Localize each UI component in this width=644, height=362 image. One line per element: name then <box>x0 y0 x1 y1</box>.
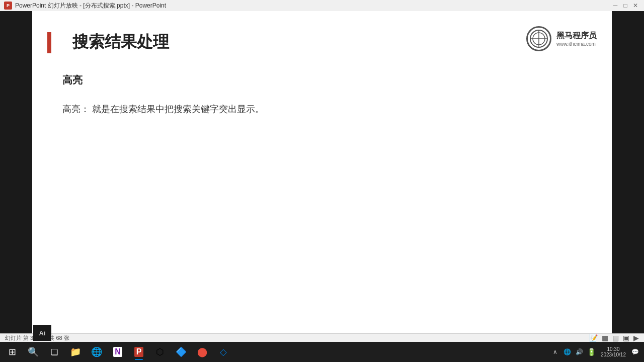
app-icon-letter: P <box>7 3 10 8</box>
ai-label: Ai <box>39 329 46 337</box>
logo-url: www.itheima.com <box>556 41 597 47</box>
taskbar-app9[interactable]: ⬤ <box>192 343 212 361</box>
accent-bar <box>47 32 51 53</box>
view-normal-icon[interactable]: ▦ <box>602 334 608 342</box>
logo-name: 黑马程序员 <box>556 31 597 41</box>
notes-icon[interactable]: 📝 <box>589 334 598 342</box>
left-sidebar <box>0 11 32 345</box>
maximize-button[interactable]: □ <box>621 1 630 10</box>
start-button[interactable]: ⊞ <box>2 343 22 361</box>
slide-title: 搜索结果处理 <box>72 31 582 53</box>
status-bar: 幻灯片 第 33 张，共 68 张 📝 ▦ ▤ ▣ ▶ <box>0 333 644 342</box>
search-button[interactable]: 🔍 <box>23 343 43 361</box>
tray-volume[interactable]: 🔊 <box>575 347 585 357</box>
taskbar: ⊞ 🔍 ❑ 📁 🌐 N P ⬡ 🔷 ⬤ ◇ ∧ 🌐 🔊 🔋 10:30 2023… <box>0 342 644 362</box>
view-reading-icon[interactable]: ▣ <box>623 334 629 342</box>
view-slideshow-icon[interactable]: ▤ <box>612 334 619 342</box>
taskbar-app7[interactable]: ⬡ <box>150 343 170 361</box>
window-controls: ─ □ ✕ <box>611 1 640 10</box>
taskbar-edge[interactable]: 🌐 <box>87 343 107 361</box>
slide-content: 搜索结果处理 黑马程序员 www.itheima.com 高亮 高亮： 就是在搜… <box>32 11 612 333</box>
taskbar-onenote[interactable]: N <box>108 343 128 361</box>
logo-circle <box>526 26 551 51</box>
clock-date: 2023/10/12 <box>601 352 626 357</box>
view-controls: 📝 ▦ ▤ ▣ ▶ <box>589 334 639 342</box>
task-view-button[interactable]: ❑ <box>44 343 64 361</box>
tray-notification[interactable]: 💬 <box>630 347 640 357</box>
system-tray: ∧ 🌐 🔊 🔋 10:30 2023/10/12 💬 <box>550 346 642 357</box>
app-icon: P <box>4 2 12 10</box>
section-heading: 高亮 <box>62 73 582 87</box>
taskbar-powerpoint[interactable]: P <box>129 343 149 361</box>
clock-time: 10:30 <box>607 346 619 352</box>
slide-area: 搜索结果处理 黑马程序员 www.itheima.com 高亮 高亮： 就是在搜… <box>32 11 612 333</box>
taskbar-vscode[interactable]: ◇ <box>213 343 233 361</box>
tray-battery[interactable]: 🔋 <box>587 347 597 357</box>
ai-button[interactable]: Ai <box>33 325 51 341</box>
slide-status: 幻灯片 第 33 张，共 68 张 <box>5 334 589 342</box>
right-sidebar <box>612 11 644 345</box>
tray-network[interactable]: 🌐 <box>562 347 573 357</box>
title-bar: P PowerPoint 幻灯片放映 - [分布式搜索.pptx] - Powe… <box>0 0 644 11</box>
taskbar-explorer[interactable]: 📁 <box>65 343 86 361</box>
taskbar-app8[interactable]: 🔷 <box>171 343 191 361</box>
tray-up-arrow[interactable]: ∧ <box>550 347 560 357</box>
logo-text: 黑马程序员 www.itheima.com <box>556 31 597 47</box>
system-clock[interactable]: 10:30 2023/10/12 <box>599 346 628 357</box>
slideshow-icon[interactable]: ▶ <box>633 334 639 342</box>
window-title: PowerPoint 幻灯片放映 - [分布式搜索.pptx] - PowerP… <box>15 2 611 10</box>
slide-body-text: 高亮： 就是在搜索结果中把搜索关键字突出显示。 <box>62 102 582 117</box>
logo: 黑马程序员 www.itheima.com <box>526 26 597 51</box>
close-button[interactable]: ✕ <box>631 1 640 10</box>
minimize-button[interactable]: ─ <box>611 1 620 10</box>
